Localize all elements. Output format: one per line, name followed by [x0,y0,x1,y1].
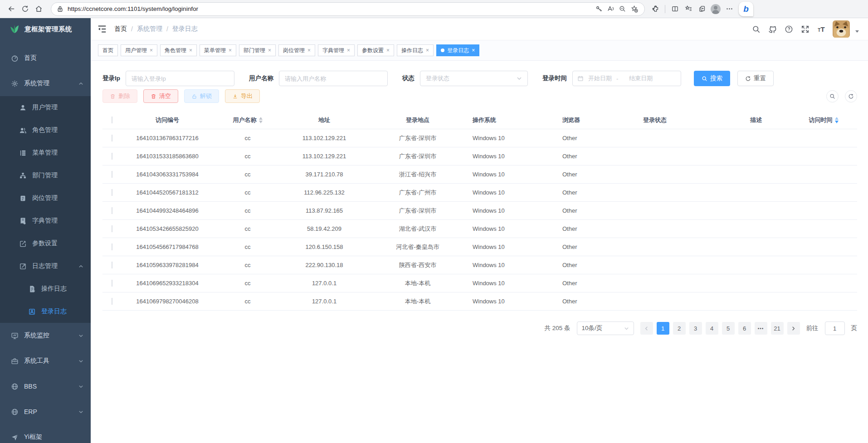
browser-refresh-icon[interactable] [18,2,32,16]
user-avatar[interactable] [833,20,850,38]
page-button-last[interactable]: 21 [771,322,784,335]
sidebar-item-menu-manage[interactable]: 菜单管理 [0,141,91,164]
sort-icon[interactable] [259,117,263,123]
delete-button[interactable]: 删除 [102,89,137,103]
sidebar-item-dict-manage[interactable]: 字典管理 [0,209,91,232]
sidebar-item-user-manage[interactable]: 用户管理 [0,96,91,119]
browser-profile-avatar[interactable] [709,2,722,16]
sort-icon-active[interactable] [835,117,839,123]
sidebar-item-system-manage[interactable]: 系统管理 [0,71,91,96]
caret-down-icon[interactable] [854,29,860,34]
tab-dept-manage[interactable]: 部门管理× [239,44,276,56]
sidebar-item-bbs[interactable]: BBS [0,374,91,399]
browser-more-icon[interactable] [722,2,736,16]
url-text[interactable]: https://ccnetcore.com:1101/system/log/lo… [68,5,593,12]
split-screen-icon[interactable] [668,2,682,16]
tab-close-icon[interactable]: × [386,47,390,54]
row-checkbox[interactable] [112,262,112,268]
page-button-2[interactable]: 2 [673,322,686,335]
add-favorite-icon[interactable] [628,3,640,15]
row-checkbox[interactable] [112,225,112,232]
sidebar-item-dept-manage[interactable]: 部门管理 [0,164,91,187]
extensions-icon[interactable] [649,2,662,16]
tab-dict-manage[interactable]: 字典管理× [318,44,355,56]
breadcrumb-home[interactable]: 首页 [114,25,127,33]
password-key-icon[interactable] [593,3,605,15]
browser-home-icon[interactable] [32,2,45,16]
search-icon[interactable] [751,24,761,34]
unlock-button[interactable]: 解锁 [184,89,219,103]
tab-close-icon[interactable]: × [229,47,232,54]
tab-close-icon[interactable]: × [189,47,192,54]
sidebar-item-home[interactable]: 首页 [0,45,91,71]
page-size-select[interactable]: 10条/页 [577,321,634,335]
sidebar-item-post-manage[interactable]: 岗位管理 [0,187,91,209]
next-page-button[interactable] [787,322,800,335]
show-search-toggle-icon[interactable] [826,90,839,102]
tab-param-setting[interactable]: 参数设置× [357,44,394,56]
search-button[interactable]: 搜索 [694,71,730,86]
tab-post-manage[interactable]: 岗位管理× [278,44,315,56]
more-pages-button[interactable]: ••• [755,322,767,335]
sidebar-collapse-icon[interactable] [97,24,107,34]
row-checkbox[interactable] [112,171,112,178]
goto-page-input[interactable] [825,321,845,335]
read-aloud-icon[interactable] [605,3,616,15]
sidebar-item-operation-log[interactable]: 操作日志 [0,277,91,300]
bing-chat-icon[interactable]: b [739,2,753,16]
user-name-input[interactable] [279,71,388,86]
breadcrumb-level2[interactable]: 系统管理 [137,25,162,33]
collections-icon[interactable] [682,2,695,16]
row-checkbox[interactable] [112,189,112,196]
help-icon[interactable] [784,24,794,34]
row-checkbox[interactable] [112,207,112,214]
clear-button[interactable]: 清空 [143,89,178,103]
page-button-1[interactable]: 1 [657,322,669,335]
sidebar-item-system-tools[interactable]: 系统工具 [0,348,91,374]
col-header-visit-time[interactable]: 访问时间 [790,116,857,124]
tab-close-icon[interactable]: × [472,47,475,54]
page-button-5[interactable]: 5 [722,322,735,335]
duplicate-tab-icon[interactable] [695,2,709,16]
page-button-6[interactable]: 6 [738,322,751,335]
fullscreen-icon[interactable] [800,24,810,34]
tab-login-log[interactable]: 登录日志× [436,44,479,56]
tab-close-icon[interactable]: × [307,47,311,54]
prev-page-button[interactable] [640,322,653,335]
github-icon[interactable] [767,24,777,34]
logo[interactable]: 意框架管理系统 [0,18,91,40]
tab-role-manage[interactable]: 角色管理× [160,44,197,56]
zoom-out-icon[interactable] [616,3,628,15]
tab-home[interactable]: 首页 [98,44,118,56]
page-button-4[interactable]: 4 [706,322,718,335]
sidebar-item-yi-framework[interactable]: Yi框架 [0,424,91,443]
browser-back-icon[interactable] [5,2,18,16]
row-checkbox[interactable] [112,243,112,250]
row-checkbox[interactable] [112,298,112,305]
row-checkbox[interactable] [112,153,112,160]
sidebar-item-param-setting[interactable]: 参数设置 [0,232,91,255]
sidebar-item-system-monitor[interactable]: 系统监控 [0,323,91,348]
row-checkbox[interactable] [112,280,112,287]
reset-button[interactable]: 重置 [737,71,774,86]
col-header-user-name[interactable]: 用户名称 [213,116,282,124]
browser-address-bar[interactable]: https://ccnetcore.com:1101/system/log/lo… [51,2,645,16]
sidebar-item-log-manage[interactable]: 日志管理 [0,255,91,277]
date-range-picker[interactable]: 开始日期 - 结束日期 [572,71,681,86]
page-button-3[interactable]: 3 [689,322,702,335]
refresh-table-icon[interactable] [845,90,857,102]
sidebar-item-erp[interactable]: ERP [0,399,91,424]
login-ip-input[interactable] [126,71,234,86]
tab-close-icon[interactable]: × [347,47,350,54]
tab-close-icon[interactable]: × [426,47,429,54]
export-button[interactable]: 导出 [225,89,260,103]
tab-close-icon[interactable]: × [268,47,271,54]
select-all-checkbox[interactable] [112,117,112,123]
row-checkbox[interactable] [112,135,112,141]
tab-user-manage[interactable]: 用户管理× [121,44,157,56]
tab-menu-manage[interactable]: 菜单管理× [200,44,236,56]
status-select[interactable]: 登录状态 [420,71,528,86]
sidebar-item-role-manage[interactable]: 角色管理 [0,119,91,141]
sidebar-item-login-log[interactable]: 登录日志 [0,300,91,323]
font-size-icon[interactable]: TT [816,24,826,34]
